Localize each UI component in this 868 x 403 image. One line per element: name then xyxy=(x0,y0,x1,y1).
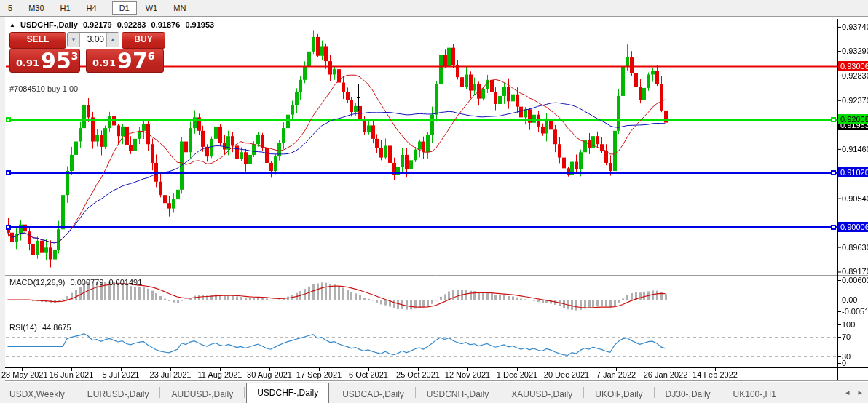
date-tick-label: 6 Oct 2021 xyxy=(349,370,388,379)
price-tick-label: 0.89170 xyxy=(842,267,868,276)
chart-tab-usdcad[interactable]: USDCAD-,Daily xyxy=(333,386,414,403)
toolbar-separator xyxy=(108,2,108,14)
price-tick-label: 0.93290 xyxy=(842,47,868,55)
chart-tab-usdchf[interactable]: USDCHF-,Daily xyxy=(246,383,329,403)
ohlc-high: 0.92283 xyxy=(117,20,146,29)
volume-increase-button[interactable]: ▲ xyxy=(107,33,119,47)
timeframe-button-mn[interactable]: MN xyxy=(166,1,193,15)
indicator-tick-label: 0 xyxy=(842,359,868,367)
volume-input[interactable]: 3.00 xyxy=(79,33,107,47)
sell-price-sup: 3 xyxy=(71,50,79,62)
macd-indicator-label: MACD(12,26,9) 0.000779 0.001491 xyxy=(9,278,142,287)
date-tick-label: 20 Dec 2021 xyxy=(544,370,589,379)
indicator-tick-label: 100 xyxy=(842,320,868,329)
price-tick-label: 0.90540 xyxy=(842,194,868,203)
date-tick-label: 12 Nov 2021 xyxy=(445,370,490,379)
tab-separator xyxy=(415,387,416,398)
tab-separator xyxy=(583,387,584,398)
macd-value-main: 0.000779 xyxy=(70,278,103,287)
timeframe-button-h4[interactable]: H4 xyxy=(79,1,104,15)
rsi-name: RSI(14) xyxy=(9,323,37,332)
chart-tab-xauusd[interactable]: XAUUSD-,Daily xyxy=(502,386,582,403)
window-left-margin xyxy=(0,16,5,403)
open-order-label[interactable]: #7084510 buy 1.00 xyxy=(9,84,78,93)
price-level-badge: 0.93006 xyxy=(838,61,868,71)
ohlc-low: 0.91876 xyxy=(151,20,181,29)
tab-separator xyxy=(500,387,500,398)
price-tick-label: 0.92830 xyxy=(842,71,868,80)
date-tick-label: 7 Jan 2022 xyxy=(596,370,636,379)
volume-spinner: ▼ 3.00 ▲ xyxy=(67,32,119,47)
buy-price-prefix: 0.91 xyxy=(92,57,116,68)
chart-tab-eurusd[interactable]: EURUSD-,Daily xyxy=(78,386,159,403)
tab-separator xyxy=(76,387,76,398)
date-tick-label: 11 Aug 2021 xyxy=(198,370,242,379)
timeframe-button-5[interactable]: 5 xyxy=(1,1,20,15)
date-tick-label: 14 Feb 2022 xyxy=(693,370,738,379)
timeframe-button-h1[interactable]: H1 xyxy=(53,1,78,15)
timeframe-toolbar: 5M30H1H4D1W1MN xyxy=(0,0,868,17)
date-tick-label: 26 Jan 2022 xyxy=(644,370,688,379)
tab-separator xyxy=(654,387,655,398)
sell-button[interactable]: SELL xyxy=(9,32,66,49)
tab-scroll-right-icon[interactable]: ▸ xyxy=(858,388,862,396)
volume-decrease-button[interactable]: ▼ xyxy=(68,33,79,47)
ohlc-close: 0.91953 xyxy=(185,20,214,29)
timeframe-button-d1[interactable]: D1 xyxy=(112,1,137,15)
tab-scroll-arrows: ◂ ▸ xyxy=(839,388,862,397)
chart-tab-uk100[interactable]: UK100-,H1 xyxy=(724,386,786,403)
tab-separator xyxy=(159,387,160,398)
date-tick-label: 28 May 2021 xyxy=(1,370,48,379)
price-tick-label: 0.92370 xyxy=(842,96,868,105)
timeframe-button-w1[interactable]: W1 xyxy=(138,1,165,15)
chart-title: ▲ USDCHF-,Daily 0.92179 0.92283 0.91876 … xyxy=(9,20,217,29)
chart-tab-audusd[interactable]: AUDUSD-,Daily xyxy=(162,386,242,403)
buy-button[interactable]: BUY xyxy=(122,32,165,49)
price-tick-label: 0.91460 xyxy=(842,145,868,153)
chart-tab-usdx[interactable]: USDX,Weekly xyxy=(0,386,74,403)
rsi-value: 44.8675 xyxy=(42,323,71,332)
price-level-badge: 0.90006 xyxy=(838,222,868,232)
tab-separator xyxy=(331,387,331,398)
ohlc-open: 0.92179 xyxy=(83,20,112,29)
rsi-indicator-label: RSI(14) 44.8675 xyxy=(9,323,71,332)
chart-tab-dj30[interactable]: DJ30-,Daily xyxy=(656,386,720,403)
timeframe-button-m30[interactable]: M30 xyxy=(21,1,51,15)
tab-scroll-left-icon[interactable]: ◂ xyxy=(845,388,850,396)
date-tick-label: 30 Aug 2021 xyxy=(247,370,292,379)
symbol-label: USDCHF-,Daily xyxy=(20,20,78,29)
price-level-badge: 0.92008 xyxy=(838,114,868,124)
collapse-arrow-icon[interactable]: ▲ xyxy=(9,22,15,28)
buy-price-sup: 6 xyxy=(148,50,155,62)
date-tick-label: 25 Oct 2021 xyxy=(396,370,440,379)
indicator-tick-label: 0.00 xyxy=(842,295,868,304)
buy-price-display[interactable]: 0.91 97 6 xyxy=(86,49,164,73)
date-tick-label: 1 Dec 2021 xyxy=(497,370,537,379)
chart-tab-ukoil[interactable]: UKOil-,Daily xyxy=(585,386,652,403)
chart-tab-usdcnh[interactable]: USDCNH-,Daily xyxy=(417,386,498,403)
indicator-tick-label: -0.005158 xyxy=(842,307,868,316)
sell-price-big: 95 xyxy=(41,52,71,71)
sell-price-display[interactable]: 0.91 95 3 xyxy=(9,49,80,73)
tab-separator xyxy=(722,387,722,398)
macd-value-signal: 0.001491 xyxy=(108,278,142,287)
indicator-tick-label: 70 xyxy=(842,332,868,341)
indicator-tick-label: 0.006034 xyxy=(842,276,868,284)
sell-price-prefix: 0.91 xyxy=(16,57,39,68)
buy-price-big: 97 xyxy=(117,52,148,71)
date-tick-label: 16 Jun 2021 xyxy=(50,370,94,379)
macd-name: MACD(12,26,9) xyxy=(9,278,65,287)
date-tick-label: 17 Sep 2021 xyxy=(296,370,342,379)
price-tick-label: 0.89630 xyxy=(842,243,868,252)
tab-separator xyxy=(244,387,245,398)
price-tick-label: 0.93740 xyxy=(842,23,868,31)
chart-tab-bar: USDX,WeeklyEURUSD-,DailyAUDUSD-,DailyUSD… xyxy=(0,382,868,403)
toolbar-separator xyxy=(197,2,197,14)
price-level-badge: 0.91020 xyxy=(838,167,868,177)
date-tick-label: 5 Jul 2021 xyxy=(103,370,140,379)
date-tick-label: 23 Jul 2021 xyxy=(150,370,192,379)
